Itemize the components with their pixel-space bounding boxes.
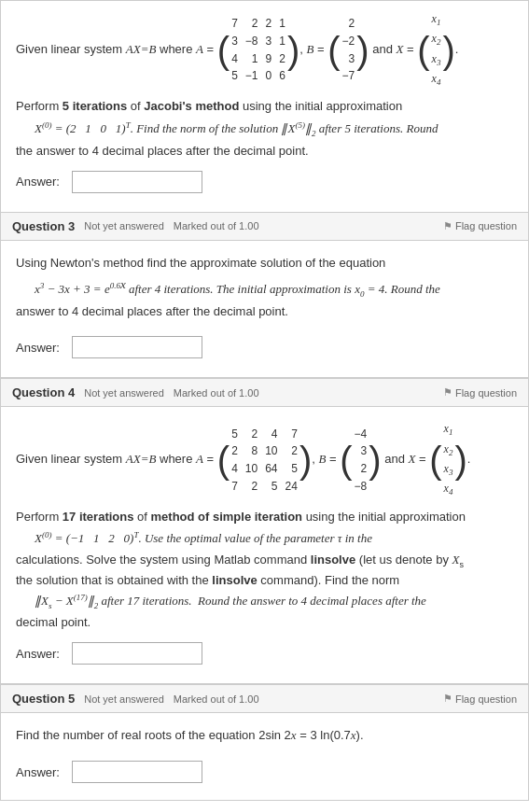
flag-question-4-button[interactable]: ⚑ Flag question [443,386,517,399]
answer-input-q4[interactable] [72,642,202,665]
question-5-number: Question 5 [12,692,75,706]
question-3-header: Question 3 Not yet answered Marked out o… [1,213,528,241]
flag-label-q4: Flag question [455,387,517,399]
answer-label-q4: Answer: [16,647,64,661]
question-4-marked: Marked out of 1.00 [174,387,259,399]
flag-label-q3: Flag question [455,220,517,231]
answer-label-q5: Answer: [16,765,64,779]
answer-label-q3: Answer: [16,341,64,355]
question-4-status: Not yet answered [84,387,164,399]
answer-label-q2: Answer: [16,175,64,189]
question-5-status: Not yet answered [84,693,164,705]
flag-icon-q5: ⚑ [443,693,452,705]
answer-input-q3[interactable] [72,336,202,358]
question-3-number: Question 3 [12,219,75,233]
question-5-header: Question 5 Not yet answered Marked out o… [1,685,528,713]
flag-question-3-button[interactable]: ⚑ Flag question [443,220,517,232]
flag-question-5-button[interactable]: ⚑ Flag question [443,693,517,705]
flag-icon-q4: ⚑ [443,386,452,399]
question-4-number: Question 4 [12,385,75,399]
question-5-marked: Marked out of 1.00 [174,693,259,705]
answer-input-q2[interactable] [72,171,202,193]
question-3-status: Not yet answered [84,220,164,231]
question-3-marked: Marked out of 1.00 [174,220,259,231]
flag-icon-q3: ⚑ [443,220,452,232]
answer-input-q5[interactable] [72,761,202,783]
question-4-header: Question 4 Not yet answered Marked out o… [1,379,528,407]
flag-label-q5: Flag question [455,693,517,705]
